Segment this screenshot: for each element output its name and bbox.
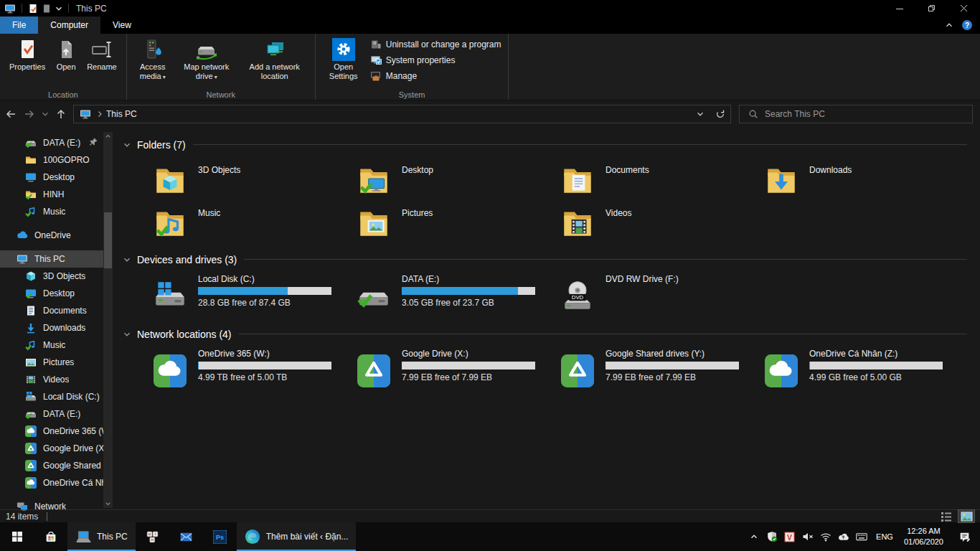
- ribbon-button-open-settings[interactable]: Open Settings: [320, 35, 367, 88]
- sidebar-item-hinh[interactable]: HINH: [0, 186, 105, 203]
- navigation-bar: This PC: [0, 100, 980, 128]
- section-header[interactable]: Folders (7): [122, 136, 971, 154]
- ribbon-button-system-properties[interactable]: System properties: [370, 54, 501, 66]
- sidebar-item-3d-objects[interactable]: 3D Objects: [0, 268, 105, 285]
- breadcrumb-chevron-icon[interactable]: [97, 110, 103, 118]
- sidebar-item-pictures[interactable]: Pictures: [0, 354, 105, 371]
- sidebar-item-network[interactable]: Network: [0, 498, 105, 515]
- search-input[interactable]: [765, 109, 972, 119]
- address-history-chevron-icon[interactable]: [690, 105, 710, 123]
- drive-tile-data-e[interactable]: DATA (E:)3.05 GB free of 23.7 GB: [356, 273, 560, 319]
- folder-tile-pictures[interactable]: Pictures: [356, 202, 560, 245]
- sidebar-item-data-e[interactable]: DATA (E:): [0, 134, 105, 151]
- address-bar[interactable]: This PC: [73, 105, 731, 123]
- refresh-icon[interactable]: [710, 105, 730, 123]
- folder-tile-documents[interactable]: Documents: [560, 159, 763, 202]
- net-gdrive-sm-icon: [25, 443, 37, 454]
- onedrive-icon: [17, 230, 28, 241]
- recent-locations-chevron-icon[interactable]: [39, 105, 52, 123]
- sidebar-item-google-drive-x[interactable]: Google Drive (X:: [0, 440, 105, 457]
- large-icons-view-button[interactable]: [958, 510, 974, 522]
- ribbon-button-add-a-network-location[interactable]: Add a network location: [239, 35, 311, 88]
- help-icon[interactable]: ?: [961, 19, 973, 31]
- clock[interactable]: 12:26 AM01/06/2020: [899, 526, 948, 547]
- sidebar-item-onedrive[interactable]: OneDrive: [0, 227, 105, 244]
- ribbon-button-uninstall-or-change-a-program[interactable]: Uninstall or change a program: [370, 38, 501, 50]
- taskbar-app-unikey[interactable]: uin: [136, 522, 169, 551]
- tray-defender-button[interactable]: [763, 522, 781, 551]
- sidebar-item-local-disk-c[interactable]: Local Disk (C:): [0, 388, 105, 405]
- taskbar-app-this-pc[interactable]: This PC: [67, 522, 136, 551]
- sidebar-item-data-e[interactable]: DATA (E:): [0, 405, 105, 423]
- section-header[interactable]: Network locations (4): [122, 325, 971, 343]
- folder-tile-3d-objects[interactable]: 3D Objects: [152, 159, 356, 202]
- sidebar-item-this-pc[interactable]: This PC: [0, 250, 105, 268]
- folder-tile-music[interactable]: Music: [152, 202, 356, 245]
- sidebar-item-videos[interactable]: Videos: [0, 371, 105, 388]
- drive-tile-onedrive-c-nh-n-z[interactable]: OneDrive Cá Nhân (Z:)4.99 GB free of 5.0…: [763, 348, 967, 394]
- taskbar-app-mail[interactable]: [169, 522, 203, 551]
- sidebar-item-100gopro[interactable]: 100GOPRO: [0, 151, 105, 169]
- maximize-button[interactable]: [915, 0, 948, 17]
- close-button[interactable]: [948, 0, 980, 17]
- action-center-button[interactable]: [951, 522, 977, 551]
- tab-file[interactable]: File: [0, 17, 38, 34]
- tray-wifi-button[interactable]: [816, 522, 834, 551]
- sidebar-item-music[interactable]: Music: [0, 203, 105, 220]
- drive-info: OneDrive 365 (W:)4.99 TB free of 5.00 TB: [198, 348, 331, 394]
- drive-tile-google-drive-x[interactable]: Google Drive (X:)7.99 EB free of 7.99 EB: [356, 348, 560, 394]
- sidebar-item-downloads[interactable]: Downloads: [0, 319, 105, 336]
- search-box[interactable]: [739, 105, 973, 123]
- up-button[interactable]: [52, 105, 70, 123]
- collapse-ribbon-icon[interactable]: [946, 22, 953, 29]
- folder-tile-desktop[interactable]: Desktop: [356, 159, 560, 202]
- music-check-icon: [25, 206, 37, 217]
- qat-properties-button[interactable]: [28, 4, 38, 14]
- folder-tile-videos[interactable]: Videos: [560, 202, 763, 245]
- start-button[interactable]: [0, 522, 34, 551]
- tray-volume-muted-button[interactable]: [798, 522, 816, 551]
- taskbar-app-edge[interactable]: Thêm bài viết ‹ Đặn...: [237, 522, 357, 551]
- drive-tile-onedrive-365-w[interactable]: OneDrive 365 (W:)4.99 TB free of 5.00 TB: [152, 348, 356, 394]
- ribbon-button-open[interactable]: Open: [50, 35, 82, 88]
- tab-view[interactable]: View: [100, 17, 143, 34]
- drive-tile-dvd-rw-drive-f[interactable]: DVDDVD RW Drive (F:): [560, 273, 763, 319]
- drive-tile-local-disk-c[interactable]: Local Disk (C:)28.8 GB free of 87.4 GB: [152, 273, 356, 319]
- breadcrumb[interactable]: This PC: [106, 109, 137, 119]
- qat-new-folder-button[interactable]: [42, 4, 52, 14]
- sidebar-item-google-shared-d[interactable]: Google Shared d: [0, 457, 105, 474]
- sidebar-item-onedrive-365-w[interactable]: OneDrive 365 (W: [0, 423, 105, 440]
- scroll-up-icon[interactable]: [105, 133, 111, 139]
- button-label: System properties: [386, 55, 456, 65]
- forward-button[interactable]: [20, 105, 39, 123]
- store-button[interactable]: [34, 522, 67, 551]
- qat-customize-chevron-icon[interactable]: [55, 5, 62, 12]
- ribbon-button-map-network-drive[interactable]: Map network drive▾: [174, 35, 239, 88]
- tray-v-app-button[interactable]: V: [781, 522, 798, 551]
- sidebar-item-onedrive-c-nh[interactable]: OneDrive Cá Nh: [0, 474, 105, 491]
- drive-tile-google-shared-drives-y[interactable]: Google Shared drives (Y:)7.99 EB free of…: [560, 348, 763, 394]
- ribbon-button-rename[interactable]: Rename: [82, 35, 122, 88]
- scrollbar-thumb[interactable]: [104, 212, 112, 268]
- tray-touch-keyboard-button[interactable]: [852, 522, 870, 551]
- ribbon-button-access-media[interactable]: Access media▾: [131, 35, 174, 88]
- mail-icon: [179, 530, 193, 544]
- sidebar-item-music[interactable]: Music: [0, 336, 105, 354]
- scroll-down-icon[interactable]: [105, 501, 111, 507]
- tray-onedrive-tray-button[interactable]: [834, 522, 852, 551]
- taskbar-app-photoshop[interactable]: Ps: [203, 522, 237, 551]
- ribbon-button-manage[interactable]: Manage: [370, 70, 501, 82]
- minimize-button[interactable]: [883, 0, 915, 17]
- sidebar-item-documents[interactable]: Documents: [0, 302, 105, 319]
- folder-tile-downloads[interactable]: Downloads: [763, 159, 967, 202]
- sidebar-scrollbar[interactable]: [103, 132, 113, 508]
- section-header[interactable]: Devices and drives (3): [122, 250, 971, 268]
- sidebar-item-desktop[interactable]: Desktop: [0, 169, 105, 186]
- back-button[interactable]: [1, 105, 20, 123]
- tab-computer[interactable]: Computer: [38, 17, 100, 34]
- language-indicator[interactable]: ENG: [870, 532, 899, 541]
- sidebar-item-desktop[interactable]: Desktop: [0, 285, 105, 302]
- details-view-button[interactable]: [938, 510, 954, 522]
- tray-chevron-up-button[interactable]: [745, 522, 763, 551]
- ribbon-button-properties[interactable]: Properties: [4, 35, 50, 88]
